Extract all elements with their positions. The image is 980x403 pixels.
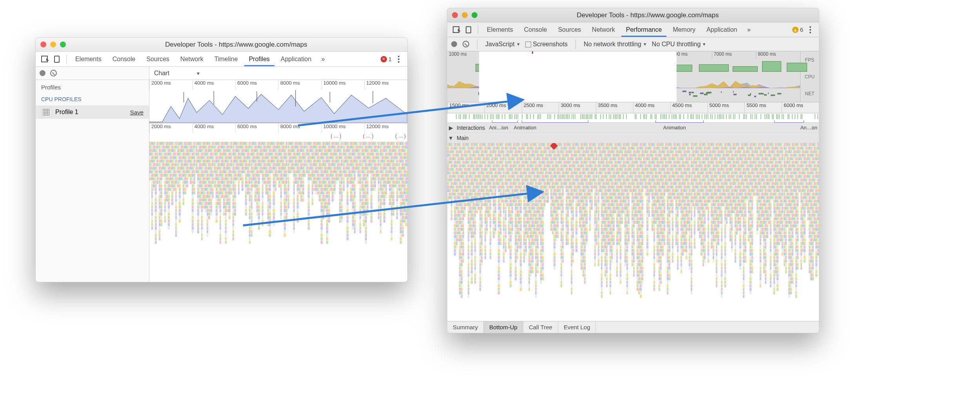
profile-file-icon [41, 107, 51, 117]
sidebar-section: CPU PROFILES [36, 94, 149, 105]
tab-profiles[interactable]: Profiles [244, 52, 274, 66]
flame-chart[interactable]: ( … ) ( … ) ( … ) [149, 133, 407, 282]
fps-track [447, 59, 800, 73]
cpu-throttling-dropdown[interactable]: No CPU throttling [652, 41, 706, 48]
overview-ruler: 1000 ms 2000 ms 3000 ms 4000 ms 5000 ms … [447, 51, 800, 59]
panel-tabs: Elements Console Sources Network Timelin… [36, 52, 407, 67]
inspect-icon[interactable] [39, 54, 50, 65]
tab-network[interactable]: Network [587, 22, 620, 37]
titlebar[interactable]: Developer Tools - https://www.google.com… [447, 8, 819, 22]
tab-performance[interactable]: Performance [621, 22, 667, 37]
cpu-overview-chart[interactable] [149, 90, 407, 123]
screenshots-checkbox[interactable]: Screenshots [525, 41, 568, 48]
tab-application[interactable]: Application [702, 22, 742, 37]
tab-network[interactable]: Network [176, 52, 208, 66]
profiles-sidebar: Profiles CPU PROFILES Profile 1 Save [36, 67, 149, 282]
clear-icon[interactable] [50, 70, 57, 76]
panel-tabs: Elements Console Sources Network Perform… [447, 22, 819, 37]
expand-icon[interactable]: ▶ [447, 125, 454, 131]
inspect-icon[interactable] [450, 24, 461, 35]
network-throttling-dropdown[interactable]: No network throttling [584, 41, 646, 48]
tab-console[interactable]: Console [108, 52, 140, 66]
close-icon[interactable] [452, 12, 458, 18]
window-traffic-lights[interactable] [452, 12, 477, 18]
devtools-window-profiles: Developer Tools - https://www.google.com… [35, 37, 408, 282]
tab-sources[interactable]: Sources [142, 52, 174, 66]
tab-sources[interactable]: Sources [553, 22, 586, 37]
cpu-track [447, 73, 800, 88]
details-tabs: Summary Bottom-Up Call Tree Event Log [447, 321, 819, 333]
tab-console[interactable]: Console [519, 22, 552, 37]
profile-main: Chart 2000 ms 4000 ms 6000 ms 8000 ms 10… [149, 67, 407, 282]
titlebar[interactable]: Developer Tools - https://www.google.com… [36, 38, 407, 52]
performance-overview[interactable]: 1000 ms 2000 ms 3000 ms 4000 ms 5000 ms … [447, 51, 819, 102]
save-link[interactable]: Save [130, 109, 143, 116]
tab-application[interactable]: Application [276, 52, 316, 66]
main-flame-chart[interactable] [447, 143, 819, 321]
frames-track[interactable] [447, 113, 819, 123]
view-toolbar: Chart [149, 67, 407, 80]
device-toggle-icon[interactable] [463, 24, 474, 35]
tab-elements[interactable]: Elements [482, 22, 518, 37]
minimize-icon[interactable] [462, 12, 468, 18]
tab-timeline[interactable]: Timeline [210, 52, 243, 66]
tab-summary[interactable]: Summary [447, 321, 484, 333]
settings-kebab-icon[interactable] [393, 54, 404, 65]
profile-row[interactable]: Profile 1 Save [36, 105, 149, 119]
performance-toolbar: JavaScript Screenshots No network thrott… [447, 37, 819, 51]
window-title: Developer Tools - https://www.google.com… [70, 41, 403, 49]
window-traffic-lights[interactable] [40, 42, 66, 47]
tab-elements[interactable]: Elements [71, 52, 106, 66]
device-toggle-icon[interactable] [51, 54, 62, 65]
warning-count-badge[interactable]: ▲6 [792, 26, 803, 33]
main-track-header[interactable]: ▼ Main [447, 133, 819, 143]
settings-kebab-icon[interactable] [805, 24, 816, 35]
net-track [447, 88, 800, 99]
net-label: NET [800, 85, 819, 102]
profile-name: Profile 1 [55, 109, 126, 116]
zoom-icon[interactable] [472, 12, 477, 18]
flame-top-row: ( … ) ( … ) ( … ) [149, 133, 407, 142]
overview-ruler[interactable]: 2000 ms 4000 ms 6000 ms 8000 ms 10000 ms… [149, 80, 407, 90]
view-dropdown[interactable]: Chart [154, 70, 200, 77]
tab-call-tree[interactable]: Call Tree [523, 321, 558, 333]
overflow-tabs-icon[interactable] [318, 54, 328, 65]
record-icon[interactable] [40, 70, 45, 76]
js-sampling-dropdown[interactable]: JavaScript [485, 41, 520, 48]
tab-memory[interactable]: Memory [668, 22, 700, 37]
error-count-badge[interactable]: ✕1 [381, 56, 392, 62]
sidebar-heading: Profiles [36, 80, 149, 94]
sidebar-tools [36, 67, 149, 80]
overflow-tabs-icon[interactable] [743, 24, 754, 35]
close-icon[interactable] [40, 42, 46, 47]
interactions-track[interactable]: ▶ Interactions Ani…ion Animation Animati… [447, 123, 819, 133]
minimize-icon[interactable] [50, 42, 56, 47]
flame-ruler[interactable]: 2000 ms 4000 ms 6000 ms 8000 ms 10000 ms… [149, 123, 407, 133]
clear-icon[interactable] [463, 41, 469, 47]
tab-bottom-up[interactable]: Bottom-Up [484, 321, 523, 333]
main-ruler[interactable]: 1500 ms 2000 ms 2500 ms 3000 ms 3500 ms … [447, 102, 819, 113]
collapse-icon[interactable]: ▼ [447, 135, 454, 141]
zoom-icon[interactable] [60, 42, 66, 47]
tab-event-log[interactable]: Event Log [558, 321, 596, 333]
overview-side-labels: FPS CPU NET [800, 51, 819, 102]
record-icon[interactable] [451, 41, 457, 47]
devtools-window-performance: Developer Tools - https://www.google.com… [447, 8, 819, 333]
window-title: Developer Tools - https://www.google.com… [481, 11, 814, 19]
